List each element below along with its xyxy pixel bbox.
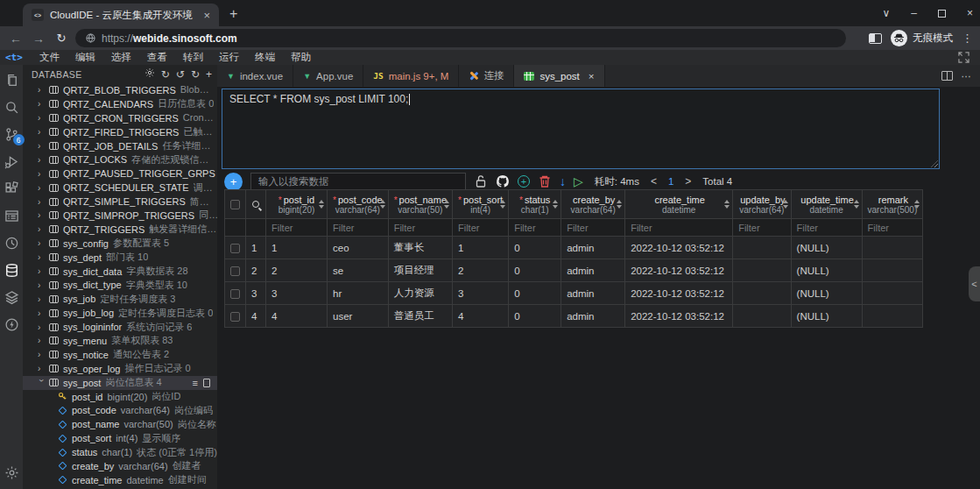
settings-gear-icon[interactable]: [4, 465, 19, 480]
field-tree-item[interactable]: post_code varchar(64) 岗位编码: [23, 403, 217, 417]
tab-close-icon[interactable]: ×: [589, 71, 595, 82]
sort-icon[interactable]: [783, 200, 788, 209]
maximize-icon[interactable]: [938, 10, 946, 18]
sort-icon[interactable]: [914, 200, 920, 209]
table-tree-item[interactable]: › QRTZ_PAUSED_TRIGGER_GRPS 暂...: [23, 167, 217, 181]
reload-icon[interactable]: ↻: [53, 32, 70, 45]
cell-create-by[interactable]: admin: [561, 259, 625, 282]
table-tree-item[interactable]: › sys_job 定时任务调度表 3: [23, 292, 217, 306]
db-refresh-icon[interactable]: ↻: [191, 68, 200, 81]
filter-cell[interactable]: Filter: [733, 219, 791, 237]
sort-icon[interactable]: [444, 200, 449, 209]
chevron-right-icon[interactable]: ›: [38, 238, 45, 248]
sort-icon[interactable]: [380, 200, 385, 209]
cell-create-time[interactable]: 2022-10-12 03:52:12: [625, 259, 733, 282]
browser-menu-icon[interactable]: ⋮: [962, 32, 973, 45]
field-tree-item[interactable]: post_name varchar(50) 岗位名称: [23, 417, 217, 431]
table-tree-item[interactable]: › QRTZ_JOB_DETAILS 任务详细信息...: [23, 139, 217, 153]
menu-item[interactable]: 转到: [175, 51, 211, 64]
cell-remark[interactable]: [862, 282, 923, 305]
filter-cell[interactable]: Filter: [625, 219, 733, 237]
cell-update-time[interactable]: (NULL): [791, 237, 862, 259]
field-tree-item[interactable]: post_sort int(4) 显示顺序: [23, 431, 217, 445]
chevron-right-icon[interactable]: ›: [38, 183, 45, 193]
row-checkbox[interactable]: [230, 289, 240, 299]
column-header[interactable]: *post_code varchar(64): [328, 190, 389, 219]
chevron-down-icon[interactable]: ›: [37, 379, 46, 386]
chevron-right-icon[interactable]: ›: [38, 113, 45, 123]
cell-post-sort[interactable]: 4: [453, 305, 509, 328]
db-sync-icon[interactable]: ↻: [161, 68, 170, 81]
cell-update-time[interactable]: (NULL): [791, 282, 862, 305]
table-tree-item-sys-post[interactable]: › sys_post 岗位信息表 4 ≡: [23, 376, 217, 390]
chevron-right-icon[interactable]: ›: [38, 210, 45, 220]
explorer-icon[interactable]: [4, 73, 19, 88]
cell-update-time[interactable]: (NULL): [791, 259, 862, 282]
column-header[interactable]: create_by varchar(64): [561, 190, 625, 219]
cell-remark[interactable]: [862, 305, 923, 328]
address-bar[interactable]: https://webide.sinosoft.com: [75, 29, 846, 47]
tab-connection[interactable]: 连接: [459, 65, 514, 87]
export-download-icon[interactable]: ↓: [560, 174, 566, 188]
field-tree-item[interactable]: create_time datetime 创建时间: [23, 473, 217, 487]
table-tree-item[interactable]: › sys_dept 部门表 10: [23, 251, 217, 265]
field-tree-item[interactable]: post_id bigint(20) 岗位ID: [23, 390, 217, 404]
sort-icon[interactable]: [724, 200, 730, 209]
cell-update-by[interactable]: [733, 259, 791, 282]
chevron-right-icon[interactable]: ›: [38, 224, 45, 234]
menu-item[interactable]: 编辑: [67, 51, 103, 64]
row-number[interactable]: 4: [246, 305, 266, 328]
cell-status[interactable]: 0: [509, 237, 561, 259]
move-button[interactable]: +: [224, 173, 243, 191]
source-control-icon[interactable]: 6: [4, 127, 19, 142]
sort-icon[interactable]: [617, 200, 622, 209]
chevron-right-icon[interactable]: ›: [38, 197, 45, 207]
filter-cell[interactable]: Filter: [509, 219, 561, 237]
table-tree-item[interactable]: › QRTZ_SCHEDULER_STATE 调度器状...: [23, 181, 217, 195]
tab-sys-post[interactable]: sys_post×: [514, 65, 604, 87]
column-header[interactable]: remark varchar(500): [862, 190, 923, 219]
table-tree-item[interactable]: › sys_logininfor 系统访问记录 6: [23, 320, 217, 334]
chevron-right-icon[interactable]: ›: [38, 169, 45, 179]
table-tree-item[interactable]: › QRTZ_FIRED_TRIGGERS 已触发的触...: [23, 125, 217, 139]
split-window-icon[interactable]: [869, 33, 882, 44]
table-tree-item[interactable]: › QRTZ_CALENDARS 日历信息表 0: [23, 97, 217, 111]
filter-cell[interactable]: Filter: [561, 219, 625, 237]
row-number[interactable]: 2: [246, 259, 266, 282]
table-tree-item[interactable]: › sys_config 参数配置表 5: [23, 237, 217, 251]
cell-post-sort[interactable]: 2: [453, 259, 509, 282]
column-header[interactable]: create_time datetime: [625, 190, 733, 219]
menu-item[interactable]: 终端: [247, 51, 283, 64]
column-header[interactable]: *post_id bigint(20): [266, 190, 328, 219]
timeline-icon[interactable]: [4, 236, 19, 251]
cell-create-by[interactable]: admin: [561, 282, 625, 305]
table-tree-item[interactable]: › sys_dict_type 字典类型表 10: [23, 278, 217, 292]
chevron-right-icon[interactable]: ›: [38, 280, 45, 290]
cell-post-name[interactable]: 董事长: [388, 237, 452, 259]
extensions-icon[interactable]: [4, 181, 19, 196]
prev-page-icon[interactable]: <: [647, 175, 660, 188]
tab-app-vue[interactable]: ▼App.vue: [293, 65, 363, 87]
table-row[interactable]: 4 4 user 普通员工 4 0 admin 2022-10-12 03:52…: [225, 305, 923, 328]
cell-status[interactable]: 0: [509, 259, 561, 282]
chevron-right-icon[interactable]: ›: [38, 85, 45, 95]
resize-grip[interactable]: [931, 160, 938, 167]
filter-cell[interactable]: Filter: [453, 219, 509, 237]
filter-cell[interactable]: Filter: [266, 219, 328, 237]
unlock-icon[interactable]: [474, 174, 488, 188]
tab-main-js[interactable]: JSmain.js 9+, M: [363, 65, 459, 87]
table-ddl-icon[interactable]: ≡: [193, 378, 198, 388]
filter-cell[interactable]: Filter: [388, 219, 452, 237]
menu-item[interactable]: 选择: [103, 51, 139, 64]
collapse-panel-handle[interactable]: <: [969, 266, 980, 301]
chevron-right-icon[interactable]: ›: [38, 252, 45, 262]
column-header[interactable]: *status char(1): [509, 190, 561, 219]
sort-icon[interactable]: [500, 200, 505, 209]
site-info-icon[interactable]: [86, 33, 95, 43]
menu-item[interactable]: 帮助: [283, 51, 319, 64]
chevron-right-icon[interactable]: ›: [38, 155, 45, 165]
incognito-badge[interactable]: 无痕模式: [891, 30, 953, 46]
chevron-right-icon[interactable]: ›: [38, 364, 45, 373]
split-editor-icon[interactable]: [941, 71, 953, 81]
sort-icon[interactable]: [854, 200, 859, 209]
